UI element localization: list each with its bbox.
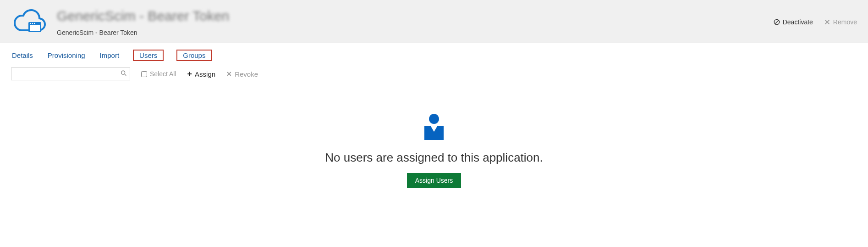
deactivate-button[interactable]: Deactivate [774, 18, 813, 26]
empty-state: No users are assigned to this applicatio… [0, 86, 868, 202]
header-left: GenericScim - Bearer Token GenericScim -… [11, 8, 229, 38]
svg-point-4 [34, 23, 35, 24]
svg-rect-1 [30, 25, 40, 31]
search-wrap [11, 67, 130, 80]
svg-line-10 [125, 74, 126, 76]
svg-point-11 [429, 114, 439, 124]
plus-icon: + [187, 70, 192, 78]
tab-groups[interactable]: Groups [176, 50, 212, 61]
tab-users[interactable]: Users [133, 50, 164, 61]
page-title: GenericScim - Bearer Token [57, 8, 229, 23]
assign-label: Assign [195, 70, 215, 78]
select-all-checkbox[interactable]: Select All [141, 70, 176, 78]
empty-message: No users are assigned to this applicatio… [325, 151, 543, 165]
remove-button[interactable]: Remove [824, 18, 857, 26]
x-icon [824, 19, 830, 25]
page-subtitle: GenericScim - Bearer Token [57, 29, 229, 36]
revoke-button[interactable]: ✕ Revoke [226, 70, 258, 78]
tab-provisioning[interactable]: Provisioning [47, 50, 86, 61]
cloud-app-icon [11, 8, 49, 38]
select-all-label: Select All [150, 70, 176, 78]
revoke-label: Revoke [235, 70, 258, 78]
tab-import[interactable]: Import [99, 50, 121, 61]
svg-point-9 [121, 71, 125, 74]
ban-icon [774, 19, 780, 25]
search-icon[interactable] [121, 70, 127, 78]
page-header: GenericScim - Bearer Token GenericScim -… [0, 0, 868, 43]
tab-bar: Details Provisioning Import Users Groups [0, 43, 868, 65]
user-icon [422, 113, 446, 142]
svg-point-2 [30, 23, 31, 24]
title-group: GenericScim - Bearer Token GenericScim -… [57, 8, 229, 36]
x-icon: ✕ [226, 70, 232, 78]
svg-line-6 [775, 20, 779, 24]
remove-label: Remove [833, 18, 857, 26]
assign-users-button[interactable]: Assign Users [407, 173, 461, 188]
search-input[interactable] [11, 69, 130, 79]
tab-details[interactable]: Details [11, 50, 34, 61]
svg-point-3 [32, 23, 33, 24]
select-all-input[interactable] [141, 71, 147, 77]
toolbar: Select All + Assign ✕ Revoke [0, 65, 868, 86]
deactivate-label: Deactivate [783, 18, 813, 26]
header-actions: Deactivate Remove [774, 18, 857, 26]
assign-button[interactable]: + Assign [187, 70, 216, 78]
